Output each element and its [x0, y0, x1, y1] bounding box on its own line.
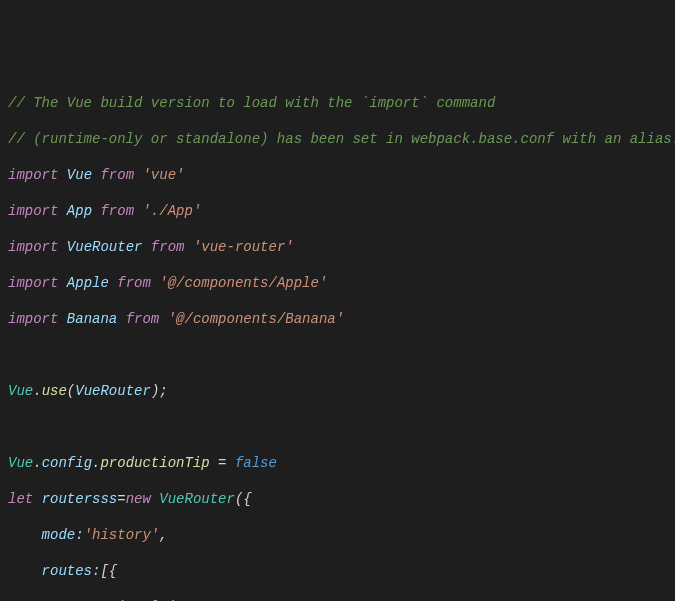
keyword-from: from — [151, 239, 185, 255]
code-editor[interactable]: // The Vue build version to load with th… — [8, 76, 667, 601]
code-line: // (runtime-only or standalone) has been… — [8, 130, 667, 148]
string: 'vue-router' — [193, 239, 294, 255]
code-line: routes:[{ — [8, 562, 667, 580]
code-line: import App from './App' — [8, 202, 667, 220]
string: 'vue' — [142, 167, 184, 183]
keyword-import: import — [8, 239, 58, 255]
keyword-from: from — [100, 167, 134, 183]
property: routes: — [42, 563, 101, 579]
code-line: Vue.use(VueRouter); — [8, 382, 667, 400]
keyword-import: import — [8, 203, 58, 219]
property: mode: — [42, 527, 84, 543]
keyword-import: import — [8, 311, 58, 327]
code-line: // The Vue build version to load with th… — [8, 94, 667, 112]
method: use — [42, 383, 67, 399]
identifier: App — [67, 203, 92, 219]
keyword-from: from — [117, 275, 151, 291]
class-name: VueRouter — [159, 491, 235, 507]
string: '@/components/Apple' — [159, 275, 327, 291]
identifier: Vue — [8, 383, 33, 399]
comment: // (runtime-only or standalone) has been… — [8, 131, 675, 147]
keyword-from: from — [126, 311, 160, 327]
string: './App' — [142, 203, 201, 219]
identifier: routersss — [42, 491, 118, 507]
blank-line — [8, 346, 667, 364]
code-line: import VueRouter from 'vue-router' — [8, 238, 667, 256]
blank-line — [8, 418, 667, 436]
identifier: Apple — [67, 275, 109, 291]
code-line: import Banana from '@/components/Banana' — [8, 310, 667, 328]
property: productionTip — [100, 455, 209, 471]
code-line: import Apple from '@/components/Apple' — [8, 274, 667, 292]
keyword-let: let — [8, 491, 33, 507]
property: config — [42, 455, 92, 471]
comment: // The Vue build version to load with th… — [8, 95, 495, 111]
keyword-new: new — [126, 491, 151, 507]
identifier: VueRouter — [67, 239, 143, 255]
string: 'history' — [84, 527, 160, 543]
keyword-import: import — [8, 275, 58, 291]
code-line: import Vue from 'vue' — [8, 166, 667, 184]
identifier: Vue — [8, 455, 33, 471]
code-line: Vue.config.productionTip = false — [8, 454, 667, 472]
identifier: Vue — [67, 167, 92, 183]
keyword-from: from — [100, 203, 134, 219]
string: '@/components/Banana' — [168, 311, 344, 327]
keyword-import: import — [8, 167, 58, 183]
code-line: mode:'history', — [8, 526, 667, 544]
identifier: VueRouter — [75, 383, 151, 399]
boolean: false — [235, 455, 277, 471]
code-line: let routersss=new VueRouter({ — [8, 490, 667, 508]
identifier: Banana — [67, 311, 117, 327]
